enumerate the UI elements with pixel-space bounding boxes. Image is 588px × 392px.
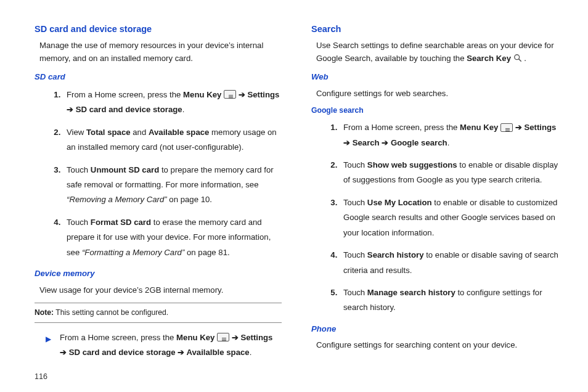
- arrow-icon: ➔: [380, 138, 391, 147]
- heading-phone: Phone: [311, 323, 558, 335]
- search-key-label: Search Key: [467, 54, 511, 63]
- search-key-icon: [513, 54, 522, 62]
- use-location-label: Use My Location: [367, 198, 432, 207]
- menu-key-label: Menu Key: [176, 333, 214, 342]
- menu-key-label: Menu Key: [183, 90, 221, 99]
- xref: “Removing a Memory Card”: [67, 195, 167, 204]
- sd-storage-label: SD card and device storage: [76, 105, 182, 114]
- text: From a Home screen, press the: [343, 123, 460, 132]
- list-item: From a Home screen, press the Menu Key ➔…: [63, 88, 282, 118]
- right-column: Search Use Search settings to define sea…: [311, 22, 558, 361]
- sd-card-steps: From a Home screen, press the Menu Key ➔…: [35, 88, 282, 260]
- text: From a Home screen, press the: [60, 333, 176, 342]
- text: and: [131, 128, 149, 137]
- unmount-label: Unmount SD card: [91, 165, 159, 174]
- arrow-icon: ➔: [513, 123, 524, 132]
- note-label: Note:: [35, 308, 54, 317]
- arrow-icon: ➔: [67, 105, 76, 114]
- text: .: [250, 348, 252, 357]
- list-item: View Total space and Available space mem…: [63, 125, 282, 155]
- menu-key-icon: [224, 90, 236, 99]
- menu-key-label: Menu Key: [460, 123, 498, 132]
- arrow-icon: ➔: [176, 348, 187, 357]
- text: From a Home screen, press the Menu Key ➔…: [60, 330, 282, 361]
- text: .: [522, 54, 526, 63]
- heading-web: Web: [311, 71, 558, 83]
- settings-label: Settings: [247, 90, 279, 99]
- search-history-label: Search history: [367, 250, 424, 259]
- heading-sd-card: SD card: [35, 71, 282, 83]
- arrow-icon: ➔: [229, 333, 240, 342]
- note-box: Note: This setting cannot be configured.: [35, 303, 282, 323]
- text: on page 10.: [167, 195, 212, 204]
- text: View: [67, 128, 86, 137]
- list-item: Touch Unmount SD card to prepare the mem…: [63, 163, 282, 208]
- text: Touch: [343, 160, 367, 169]
- phone-intro: Configure settings for searching content…: [316, 339, 558, 351]
- menu-key-icon: [500, 123, 513, 132]
- text: .: [182, 105, 185, 114]
- show-suggestions-label: Show web suggestions: [367, 160, 457, 169]
- triangle-bullet-icon: ▶: [46, 332, 51, 361]
- heading-google-search: Google search: [311, 105, 558, 116]
- list-item: Touch Format SD card to erase the memory…: [63, 215, 282, 260]
- svg-line-1: [518, 59, 521, 62]
- arrow-icon: ➔: [343, 138, 353, 147]
- google-search-label: Google search: [391, 138, 447, 147]
- text: Touch: [343, 288, 367, 297]
- xref: “Formatting a Memory Card”: [82, 248, 184, 257]
- arrow-icon: ➔: [236, 90, 247, 99]
- sd-storage-intro: Manage the use of memory resources in yo…: [39, 39, 282, 65]
- manual-page: SD card and device storage Manage the us…: [0, 0, 588, 367]
- list-item: Touch Manage search history to configure…: [340, 285, 558, 316]
- arrow-icon: ➔: [60, 348, 69, 357]
- text: Touch: [343, 250, 367, 259]
- total-space-label: Total space: [86, 128, 131, 137]
- manage-history-label: Manage search history: [367, 288, 455, 297]
- search-intro: Use Search settings to define searchable…: [316, 39, 558, 65]
- text: Touch: [67, 218, 91, 227]
- left-column: SD card and device storage Manage the us…: [35, 22, 282, 361]
- text: Touch: [343, 198, 367, 207]
- settings-label: Settings: [240, 333, 272, 342]
- heading-device-memory: Device memory: [35, 267, 282, 280]
- text: on page 81.: [184, 248, 229, 257]
- text: .: [447, 138, 450, 147]
- list-item: Touch Show web suggestions to enable or …: [340, 158, 558, 188]
- text: Touch: [67, 165, 91, 174]
- menu-key-icon: [217, 333, 229, 341]
- web-intro: Configure settings for web searches.: [316, 88, 558, 100]
- page-number: 116: [35, 372, 47, 381]
- available-space-label: Availalble space: [187, 348, 250, 357]
- settings-label: Settings: [524, 123, 556, 132]
- note-text: This setting cannot be configured.: [54, 308, 168, 317]
- device-memory-intro: View usage for your device’s 2GB interna…: [39, 284, 282, 296]
- available-space-label: Available space: [149, 128, 209, 137]
- device-memory-step: ▶ From a Home screen, press the Menu Key…: [46, 330, 282, 361]
- format-label: Format SD card: [91, 218, 151, 227]
- text: From a Home screen, press the: [67, 90, 183, 99]
- list-item: Touch Use My Location to enable or disab…: [340, 195, 558, 240]
- search-label: Search: [353, 138, 380, 147]
- list-item: Touch Search history to enable or disabl…: [340, 248, 558, 278]
- list-item: From a Home screen, press the Menu Key ➔…: [340, 120, 558, 150]
- sd-storage-label: SD card and device storage: [69, 348, 176, 357]
- heading-sd-storage: SD card and device storage: [35, 22, 282, 36]
- heading-search: Search: [311, 22, 558, 36]
- google-search-steps: From a Home screen, press the Menu Key ➔…: [311, 120, 558, 316]
